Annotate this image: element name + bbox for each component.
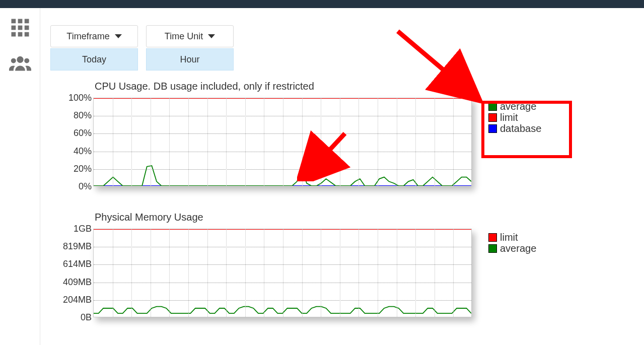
svg-point-10 — [11, 58, 16, 63]
y-axis-tick: 20% — [74, 163, 92, 174]
svg-rect-1 — [18, 19, 22, 24]
svg-point-11 — [24, 58, 29, 63]
legend-swatch — [488, 233, 497, 242]
svg-rect-0 — [11, 19, 16, 24]
annotation-highlight-box — [481, 101, 572, 158]
legend-swatch — [488, 244, 497, 253]
y-axis-tick: 204MB — [63, 294, 92, 305]
sidebar — [0, 8, 40, 345]
memory-usage-chart: Physical Memory Usage limitaverage 1GB81… — [50, 212, 644, 332]
controls-row: Timeframe Today Time Unit Hour — [50, 25, 644, 71]
y-axis-tick: 0B — [81, 312, 92, 323]
caret-down-icon — [208, 34, 215, 38]
svg-rect-6 — [11, 32, 16, 37]
chart-title: CPU Usage. DB usage included, only if re… — [95, 81, 314, 92]
y-axis-tick: 40% — [74, 146, 92, 156]
y-axis-tick: 100% — [68, 93, 92, 103]
svg-rect-5 — [24, 26, 29, 30]
timeunit-dropdown-label: Time Unit — [165, 31, 203, 42]
grid-apps-icon[interactable] — [10, 17, 31, 40]
chart-plot-area — [93, 229, 472, 317]
timeframe-dropdown-label: Timeframe — [66, 31, 109, 42]
timeframe-dropdown[interactable]: Timeframe — [50, 25, 138, 47]
y-axis-tick: 614MB — [63, 259, 92, 269]
svg-rect-4 — [18, 26, 22, 30]
y-axis-tick: 409MB — [63, 277, 92, 287]
legend-label: average — [500, 243, 536, 254]
chart-title: Physical Memory Usage — [95, 212, 203, 223]
svg-rect-2 — [24, 19, 29, 24]
svg-rect-8 — [24, 32, 29, 37]
svg-rect-7 — [18, 32, 22, 37]
timeunit-dropdown[interactable]: Time Unit — [146, 25, 234, 47]
y-axis-tick: 819MB — [63, 241, 92, 252]
chart-legend: limitaverage — [488, 232, 536, 254]
timeframe-value[interactable]: Today — [50, 48, 138, 71]
timeunit-value[interactable]: Hour — [146, 48, 234, 71]
svg-point-9 — [17, 56, 23, 63]
y-axis-tick: 80% — [74, 110, 92, 121]
y-axis-tick: 1GB — [74, 224, 92, 234]
y-axis-tick: 60% — [74, 128, 92, 139]
users-icon[interactable] — [9, 54, 31, 74]
chart-plot-area — [93, 98, 472, 186]
top-bar — [0, 0, 644, 8]
caret-down-icon — [115, 34, 122, 38]
main-content: Timeframe Today Time Unit Hour CPU Usage… — [50, 25, 644, 332]
legend-label: limit — [500, 232, 518, 243]
legend-item: limit — [488, 232, 536, 243]
legend-item: average — [488, 243, 536, 254]
y-axis-tick: 0% — [79, 181, 92, 192]
svg-rect-3 — [11, 26, 16, 30]
